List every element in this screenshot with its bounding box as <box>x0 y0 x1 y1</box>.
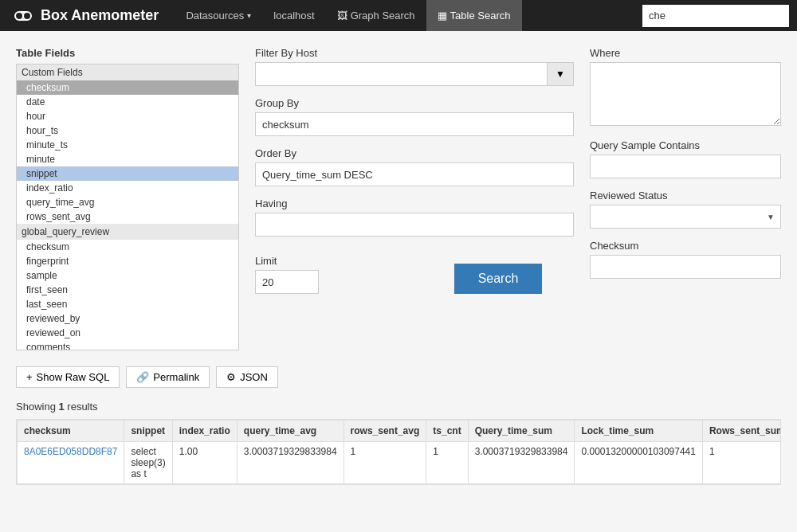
field-item[interactable]: hour <box>17 109 238 123</box>
field-group-global: global_query_review <box>17 224 238 240</box>
limit-label: Limit <box>255 255 406 267</box>
field-item[interactable]: index_ratio <box>17 181 238 195</box>
order-by-input[interactable] <box>255 162 574 186</box>
cell-query-time-sum: 3.0003719329833984 <box>468 442 575 484</box>
col-query-time-avg: query_time_avg <box>237 421 344 442</box>
brand-icon <box>12 5 34 27</box>
search-button[interactable]: Search <box>454 264 543 294</box>
filter-by-host-group: ▼ <box>255 62 574 86</box>
order-by-label: Order By <box>255 147 574 159</box>
field-item[interactable]: reviewed_by <box>17 311 238 326</box>
table-header-row: checksum snippet index_ratio query_time_… <box>18 421 782 442</box>
plus-icon: + <box>26 371 33 383</box>
nav-datasources[interactable]: Datasources ▾ <box>175 0 262 31</box>
checksum-input[interactable] <box>590 255 781 279</box>
col-rows-sent-sum: Rows_sent_sum <box>702 421 781 442</box>
table-fields-title: Table Fields <box>16 47 239 59</box>
having-input[interactable] <box>255 213 574 237</box>
link-icon: 🔗 <box>136 371 149 383</box>
brand-name: Box Anemometer <box>41 7 159 24</box>
cell-index-ratio: 1.00 <box>172 442 237 484</box>
main-content: Table Fields Custom Fields checksum date… <box>0 31 797 501</box>
cell-snippet: select sleep(3) as t <box>124 442 172 484</box>
gear-icon: ⚙ <box>226 371 236 383</box>
field-item[interactable]: fingerprint <box>17 254 238 268</box>
field-item[interactable]: sample <box>17 268 238 283</box>
cell-rows-sent-sum: 1 <box>702 442 781 484</box>
col-snippet: snippet <box>124 421 172 442</box>
permalink-button[interactable]: 🔗 Permalink <box>126 366 210 388</box>
reviewed-status-label: Reviewed Status <box>590 190 781 201</box>
field-item[interactable]: reviewed_on <box>17 326 238 340</box>
nav-table-search[interactable]: ▦ Table Search <box>426 0 522 31</box>
filter-by-host-input[interactable] <box>255 62 547 86</box>
brand: Box Anemometer <box>8 5 171 27</box>
group-by-input[interactable] <box>255 112 574 136</box>
cell-lock-time-sum: 0.00013200000103097441 <box>575 442 702 484</box>
json-button[interactable]: ⚙ JSON <box>216 366 278 388</box>
where-textarea[interactable] <box>590 62 781 126</box>
field-item[interactable]: checksum <box>17 240 238 254</box>
filter-by-host-dropdown-btn[interactable]: ▼ <box>547 62 574 86</box>
cell-query-time-avg: 3.0003719329833984 <box>237 442 344 484</box>
show-raw-sql-button[interactable]: + Show Raw SQL <box>16 366 120 388</box>
table-row: 8A0E6ED058DD8F87 select sleep(3) as t 1.… <box>18 442 782 484</box>
col-rows-sent-avg: rows_sent_avg <box>344 421 426 442</box>
where-label: Where <box>590 47 781 59</box>
col-ts-cnt: ts_cnt <box>426 421 468 442</box>
navbar: Box Anemometer Datasources ▾ localhost 🖼… <box>0 0 797 31</box>
form-panel: Filter By Host ▼ Group By Order By <box>255 47 574 350</box>
field-item[interactable]: minute <box>17 152 238 166</box>
field-item[interactable]: first_seen <box>17 283 238 297</box>
reviewed-status-select[interactable]: Reviewed Unreviewed <box>590 205 781 229</box>
field-item[interactable]: date <box>17 95 238 109</box>
col-lock-time-sum: Lock_time_sum <box>575 421 702 442</box>
nav-graph-search[interactable]: 🖼 Graph Search <box>326 0 426 31</box>
fields-list[interactable]: Custom Fields checksum date hour hour_ts… <box>16 64 239 350</box>
cell-rows-sent-avg: 1 <box>344 442 426 484</box>
where-panel: Where Query Sample Contains Reviewed Sta… <box>590 47 781 350</box>
field-item[interactable]: comments <box>17 340 238 350</box>
query-sample-label: Query Sample Contains <box>590 139 781 151</box>
field-item[interactable]: last_seen <box>17 297 238 311</box>
field-item[interactable]: checksum <box>17 80 238 95</box>
results-info: Showing 1 results <box>16 401 781 413</box>
table-fields-panel: Table Fields Custom Fields checksum date… <box>16 47 239 350</box>
results-table: checksum snippet index_ratio query_time_… <box>17 420 781 484</box>
col-index-ratio: index_ratio <box>172 421 237 442</box>
results-count: 1 <box>58 401 64 413</box>
top-section: Table Fields Custom Fields checksum date… <box>16 47 781 350</box>
filter-by-host-label: Filter By Host <box>255 47 574 59</box>
svg-point-0 <box>15 12 23 20</box>
chevron-down-icon: ▾ <box>247 11 251 20</box>
having-label: Having <box>255 198 574 209</box>
col-checksum: checksum <box>18 421 124 442</box>
field-item[interactable]: rows_sent_avg <box>17 209 238 224</box>
group-by-label: Group By <box>255 97 574 109</box>
nav-localhost[interactable]: localhost <box>262 0 325 31</box>
limit-input[interactable] <box>255 270 319 294</box>
svg-point-1 <box>23 12 31 20</box>
cell-checksum[interactable]: 8A0E6ED058DD8F87 <box>18 442 124 484</box>
field-item[interactable]: query_time_avg <box>17 195 238 209</box>
col-query-time-sum: Query_time_sum <box>468 421 575 442</box>
field-group-custom: Custom Fields <box>17 65 238 80</box>
field-item-snippet[interactable]: snippet <box>17 166 238 181</box>
bottom-actions: + Show Raw SQL 🔗 Permalink ⚙ JSON <box>16 366 781 388</box>
field-item[interactable]: minute_ts <box>17 138 238 152</box>
cell-ts-cnt: 1 <box>426 442 468 484</box>
query-sample-input[interactable] <box>590 155 781 178</box>
image-icon: 🖼 <box>337 10 347 22</box>
nav-search-input[interactable] <box>642 5 789 27</box>
table-icon: ▦ <box>438 10 447 22</box>
checksum-label: Checksum <box>590 240 781 252</box>
field-item[interactable]: hour_ts <box>17 123 238 138</box>
results-table-wrapper: checksum snippet index_ratio query_time_… <box>16 419 781 485</box>
